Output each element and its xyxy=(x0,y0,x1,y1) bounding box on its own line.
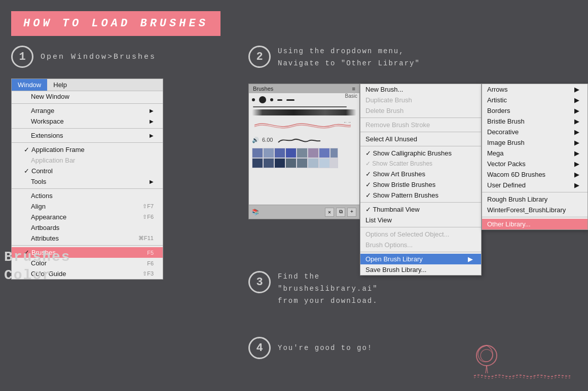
basic-label: Basic xyxy=(345,93,357,99)
menu-extensions[interactable]: Extensions ▶ xyxy=(12,130,163,141)
menu-artboards[interactable]: Artboards xyxy=(12,222,163,233)
brush-dot-sm3 xyxy=(277,99,282,101)
brushes-toolbar: 📚 ✕ ⧉ + xyxy=(249,205,359,219)
dd-remove-stroke: Remove Brush Stroke xyxy=(360,120,481,130)
svg-rect-7 xyxy=(308,148,318,158)
dd-show-pattern[interactable]: ✓ Show Pattern Brushes xyxy=(360,190,481,201)
menu-bar-window[interactable]: Window xyxy=(12,79,47,91)
dd-save-brush-library[interactable]: Save Brush Library... xyxy=(360,264,481,275)
svg-rect-3 xyxy=(264,148,274,158)
submenu: Arrows▶ Artistic▶ Borders▶ Bristle Brush… xyxy=(482,84,588,230)
step4-circle: 4 xyxy=(248,337,271,359)
menu-divider-4 xyxy=(12,188,163,189)
menu-workspace[interactable]: Workspace ▶ xyxy=(12,116,163,127)
sub-mega[interactable]: Mega▶ xyxy=(482,148,587,159)
menu-divider-5 xyxy=(12,245,163,246)
step4-container: 4 You're good to go! xyxy=(248,337,373,359)
menu-arrange[interactable]: Arrange ▶ xyxy=(12,105,163,116)
step2-container: 2 Using the dropdown menu, Navigate to "… xyxy=(248,46,420,70)
svg-rect-10 xyxy=(252,159,263,168)
menu-app-bar: Application Bar xyxy=(12,155,163,166)
brush-knot-decoration xyxy=(466,335,507,376)
sub-artistic[interactable]: Artistic▶ xyxy=(482,95,587,105)
svg-rect-11 xyxy=(264,159,274,168)
brush-dots-row xyxy=(252,96,356,103)
dd-sep-2 xyxy=(360,132,481,132)
svg-rect-4 xyxy=(275,148,285,158)
dd-open-brush-library[interactable]: Open Brush Library ▶ xyxy=(360,254,481,264)
dd-sep-4 xyxy=(360,202,481,203)
menu-attributes[interactable]: Attributes ⌘F11 xyxy=(12,233,163,244)
brush-grid xyxy=(252,148,356,168)
dd-sep-5 xyxy=(360,227,481,227)
brush-line-1 xyxy=(253,106,347,107)
dd-sep-6 xyxy=(360,252,481,252)
svg-point-17 xyxy=(476,345,497,366)
svg-rect-8 xyxy=(319,148,329,158)
dd-show-bristle[interactable]: ✓ Show Bristle Brushes xyxy=(360,179,481,190)
menu-bar: Window Help xyxy=(12,79,163,91)
step2-circle: 2 xyxy=(248,46,271,68)
sub-vector-packs[interactable]: Vector Packs▶ xyxy=(482,159,587,169)
menu-bar-help[interactable]: Help xyxy=(47,79,73,91)
svg-text:←→: ←→ xyxy=(343,120,351,125)
menu-tools[interactable]: Tools ▶ xyxy=(12,176,163,187)
menu-appearance[interactable]: Appearance ⇧F6 xyxy=(12,212,163,222)
dd-thumbnail-view[interactable]: ✓ Thumbnail View xyxy=(360,204,481,215)
menu-divider-2 xyxy=(12,128,163,129)
sub-decorative[interactable]: Decorative▶ xyxy=(482,127,587,137)
dd-new-brush[interactable]: New Brush... xyxy=(360,84,481,95)
svg-rect-16 xyxy=(319,159,329,168)
step3-circle: 3 xyxy=(248,271,271,293)
dd-brush-options: Brush Options... xyxy=(360,240,481,250)
brush-dot-sm4 xyxy=(286,99,295,101)
sub-image-brush[interactable]: Image Brush▶ xyxy=(482,137,587,148)
svg-rect-15 xyxy=(308,159,318,168)
dd-duplicate-brush: Duplicate Brush xyxy=(360,95,481,105)
toolbar-btn-copy[interactable]: ⧉ xyxy=(336,208,345,217)
svg-rect-14 xyxy=(297,159,307,168)
sub-rough-brush[interactable]: Rough Brush Library xyxy=(482,194,587,205)
brushes-content: Basic ←→ 🔊 6.00 xyxy=(249,93,359,205)
title-banner: HOW TO LOAD BRUSHES xyxy=(11,11,220,36)
dropdown-menu: New Brush... Duplicate Brush Delete Brus… xyxy=(360,84,482,276)
brush-dot-sm2 xyxy=(270,98,273,101)
dd-options-selected: Options of Selected Object... xyxy=(360,229,481,240)
dd-select-unused[interactable]: Select All Unused xyxy=(360,134,481,144)
brush-dot-md xyxy=(259,96,266,103)
menu-divider-1 xyxy=(12,103,163,104)
brush-dot-sm1 xyxy=(252,98,255,101)
menu-align[interactable]: Align ⇧F7 xyxy=(12,201,163,212)
brush-stroke-thick xyxy=(252,109,356,115)
pink-dash-decoration xyxy=(471,371,573,383)
sub-winter-forest[interactable]: WinterForest_BrushLibrary xyxy=(482,205,587,215)
dd-list-view[interactable]: List View xyxy=(360,215,481,225)
svg-rect-13 xyxy=(286,159,296,168)
toolbar-btn-x[interactable]: ✕ xyxy=(325,208,334,217)
sub-bristle-brush[interactable]: Bristle Brush▶ xyxy=(482,116,587,127)
svg-rect-6 xyxy=(297,148,307,158)
dd-sep-3 xyxy=(360,146,481,146)
dd-show-calligraphic[interactable]: ✓ Show Calligraphic Brushes xyxy=(360,148,481,159)
dd-show-art[interactable]: ✓ Show Art Brushes xyxy=(360,169,481,179)
menu-control[interactable]: ✓Control xyxy=(12,166,163,176)
svg-rect-2 xyxy=(252,148,263,158)
sub-borders[interactable]: Borders▶ xyxy=(482,105,587,116)
brushes-panel-title: Brushes ≡ xyxy=(249,84,359,93)
page-title: HOW TO LOAD BRUSHES xyxy=(23,17,208,30)
brushes-color-label: Brushes Color xyxy=(4,248,71,285)
sub-wacom[interactable]: Wacom 6D Brushes▶ xyxy=(482,169,587,180)
toolbar-btn-new[interactable]: + xyxy=(347,208,356,217)
menu-actions[interactable]: Actions xyxy=(12,190,163,201)
sub-sep-2 xyxy=(482,217,587,217)
menu-new-window[interactable]: New Window xyxy=(12,91,163,102)
svg-rect-9 xyxy=(330,148,338,158)
brush-size-row: 🔊 6.00 xyxy=(252,135,356,145)
sub-other-library[interactable]: Other Library... xyxy=(482,219,587,229)
step1-container: 1 Open Window>Brushes xyxy=(11,46,156,68)
sub-user-defined[interactable]: User Defined▶ xyxy=(482,180,587,190)
brushes-panel: Brushes ≡ Basic ←→ 🔊 6.00 xyxy=(248,84,360,219)
step2-text: Using the dropdown menu, Navigate to "Ot… xyxy=(278,46,420,70)
menu-app-frame[interactable]: ✓Application Frame xyxy=(12,144,163,155)
sub-arrows[interactable]: Arrows▶ xyxy=(482,84,587,95)
